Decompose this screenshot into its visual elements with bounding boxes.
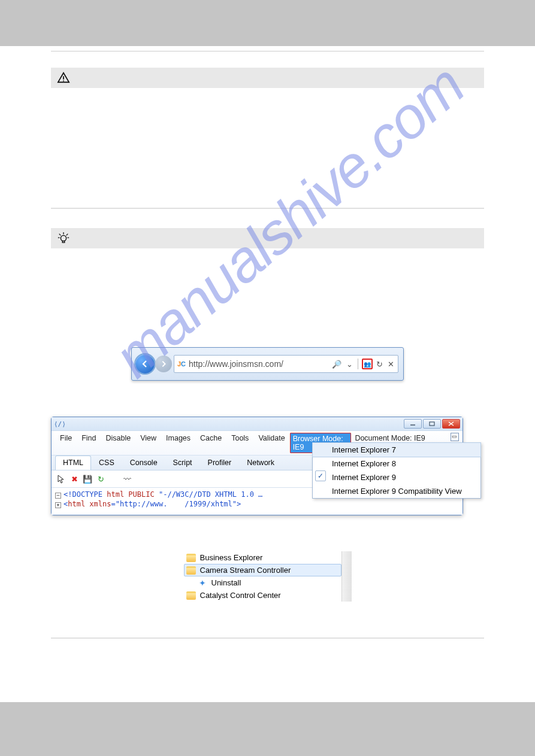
devtools-screenshot: ⟨/⟩ File Find Disable View Images Cache … [51, 417, 484, 515]
dropdown-item-ie8[interactable]: Internet Explorer 8 [313, 457, 480, 470]
code-token: html PUBLIC [107, 490, 159, 499]
browser-mode-dropdown: Internet Explorer 7 Internet Explorer 8 … [312, 442, 481, 499]
svg-rect-8 [62, 241, 65, 243]
warning-icon [57, 71, 70, 84]
menu-file[interactable]: File [55, 433, 77, 453]
menu-validate[interactable]: Validate [253, 433, 289, 453]
refresh-icon[interactable]: ↻ [95, 473, 107, 485]
check-icon: ✓ [315, 470, 326, 481]
folder-item-business-explorer[interactable]: Business Explorer [184, 551, 341, 564]
forward-button[interactable] [155, 356, 172, 372]
code-token: html [68, 500, 89, 508]
window-titlebar: ⟨/⟩ [52, 417, 463, 430]
spacer [51, 248, 484, 332]
spacer [51, 88, 484, 208]
program-label: Uninstall [211, 578, 241, 587]
code-token: /1999/xhtml" [185, 500, 237, 508]
dropdown-label: Internet Explorer 9 [332, 473, 396, 482]
rule-under-header [51, 51, 484, 51]
folder-icon [186, 566, 196, 575]
folder-icon [186, 591, 196, 600]
app-icon: ⟨/⟩ [54, 420, 66, 428]
stop-icon[interactable]: ✕ [386, 360, 395, 369]
dropdown-item-ie7[interactable]: Internet Explorer 7 [312, 442, 481, 457]
folder-item-catalyst-control-center[interactable]: Catalyst Control Center [184, 589, 341, 602]
tab-profiler[interactable]: Profiler [200, 456, 240, 470]
menu-tools[interactable]: Tools [226, 433, 253, 453]
clear-icon[interactable]: ✖ [68, 473, 80, 485]
dropdown-item-ie9[interactable]: Internet Explorer 9 [313, 470, 480, 484]
folder-label: Camera Stream Controller [200, 566, 291, 575]
folder-label: Business Explorer [200, 553, 263, 562]
code-token: > [237, 500, 241, 508]
tab-css[interactable]: CSS [91, 456, 122, 470]
select-element-icon[interactable] [55, 473, 67, 485]
warning-callout [51, 68, 484, 88]
program-item-uninstall[interactable]: ✦ Uninstall [184, 576, 341, 589]
menu-cache[interactable]: Cache [195, 433, 226, 453]
minimize-button[interactable] [404, 419, 422, 429]
dropdown-label: Internet Explorer 8 [332, 459, 396, 468]
close-button[interactable] [442, 419, 460, 429]
lightbulb-icon [57, 232, 70, 245]
svg-rect-10 [430, 422, 434, 426]
address-field[interactable]: JC http://www.joinsmsn.com/ 🔎 ⌄ 👥 ↻ ✕ [174, 355, 398, 373]
page-footer-bar [0, 702, 535, 756]
code-token: <!DOCTYPE [64, 490, 107, 499]
section-separator-1 [51, 208, 484, 209]
page-header-bar [0, 0, 535, 46]
save-icon[interactable]: 💾 [81, 473, 93, 485]
refresh-icon[interactable]: ↻ [375, 360, 384, 369]
menu-disable[interactable]: Disable [101, 433, 135, 453]
dropdown-label: Internet Explorer 9 Compatibility View [332, 487, 462, 496]
site-favicon: JC [177, 359, 186, 369]
tab-script[interactable]: Script [165, 456, 200, 470]
code-token: "-//W3C//DTD XHTML 1.0 … [159, 490, 262, 499]
scrollbar[interactable] [341, 551, 352, 602]
tip-callout [51, 228, 484, 248]
svg-line-4 [67, 234, 68, 236]
code-token: = [111, 500, 115, 508]
tree-expand-icon[interactable]: + [55, 502, 61, 508]
menu-view[interactable]: View [135, 433, 161, 453]
svg-line-3 [59, 234, 61, 236]
element-outline-icon[interactable] [108, 473, 120, 485]
ie-address-bar-screenshot: JC http://www.joinsmsn.com/ 🔎 ⌄ 👥 ↻ ✕ [131, 347, 404, 381]
dropdown-caret-icon[interactable]: ⌄ [345, 360, 354, 369]
dropdown-label: Internet Explorer 7 [332, 445, 396, 454]
separator [358, 359, 358, 369]
search-dropdown-icon[interactable]: 🔎 [331, 360, 343, 369]
compat-view-button[interactable]: 👥 [362, 359, 373, 369]
word-wrap-icon[interactable]: 〰 [121, 473, 133, 485]
menu-images[interactable]: Images [161, 433, 195, 453]
folder-label: Catalyst Control Center [200, 591, 281, 600]
url-text: http://www.joinsmsn.com/ [189, 359, 328, 369]
pin-button[interactable]: ▭ [451, 433, 459, 441]
uninstall-icon: ✦ [198, 578, 207, 587]
svg-point-1 [63, 80, 64, 81]
svg-point-7 [61, 235, 66, 241]
tab-console[interactable]: Console [122, 456, 165, 470]
code-token: xmlns [89, 500, 111, 508]
spacer [51, 602, 484, 637]
section-separator-2 [51, 637, 484, 639]
tab-network[interactable]: Network [239, 456, 282, 470]
tab-html[interactable]: HTML [55, 456, 91, 470]
maximize-button[interactable] [423, 419, 441, 429]
code-token: "http://www. [116, 500, 168, 508]
menu-find[interactable]: Find [77, 433, 101, 453]
tree-collapse-icon[interactable]: – [55, 493, 61, 499]
back-button[interactable] [135, 354, 155, 374]
folder-item-camera-stream-controller[interactable]: Camera Stream Controller [184, 564, 341, 576]
dropdown-item-ie9compat[interactable]: Internet Explorer 9 Compatibility View [313, 484, 480, 498]
startmenu-folder-list: Business Explorer Camera Stream Controll… [184, 551, 352, 602]
folder-icon [186, 554, 196, 562]
